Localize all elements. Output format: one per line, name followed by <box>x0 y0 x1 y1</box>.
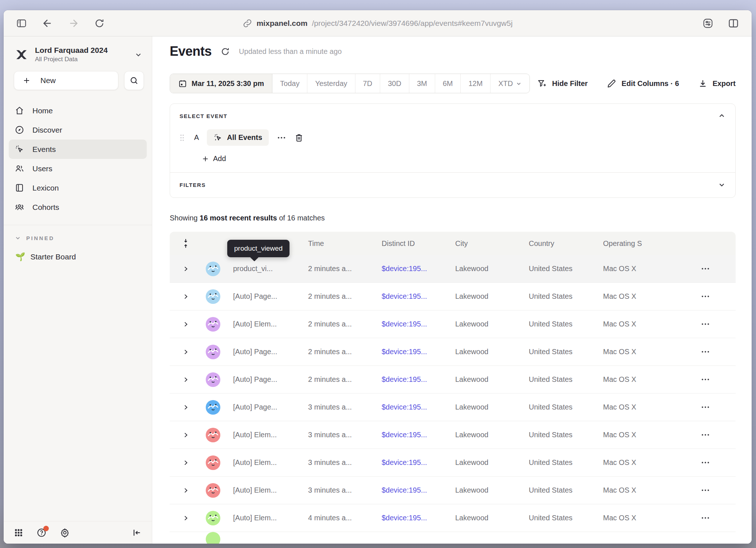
range-12m[interactable]: 12M <box>461 74 491 93</box>
mixpanel-logo <box>14 47 29 62</box>
new-button[interactable]: New <box>14 71 118 90</box>
collapse-sidebar-icon[interactable] <box>131 528 142 538</box>
expand-row-icon[interactable] <box>182 348 189 356</box>
search-button[interactable] <box>124 71 144 90</box>
col-city: City <box>446 239 520 248</box>
edit-columns-button[interactable]: Edit Columns · 6 <box>607 79 679 89</box>
expand-row-icon[interactable] <box>182 321 189 328</box>
col-distinct-id: Distinct ID <box>373 239 446 248</box>
cell-distinct-id[interactable]: $device:195... <box>373 292 446 301</box>
expand-row-icon[interactable] <box>182 293 189 300</box>
table-row[interactable]: [Auto] Elem... 3 minutes a... $device:19… <box>170 477 736 504</box>
apps-grid-icon[interactable] <box>14 528 23 537</box>
cell-city: Lakewood <box>446 514 520 522</box>
cell-time: 3 minutes a... <box>299 458 373 467</box>
collapse-rows-icon[interactable] <box>181 238 190 249</box>
table-row[interactable]: [Auto] Elem... 3 minutes a... $device:19… <box>170 421 736 449</box>
cell-distinct-id[interactable]: $device:195... <box>373 431 446 439</box>
cell-city: Lakewood <box>446 320 520 328</box>
sidebar-item-users[interactable]: Users <box>9 159 147 178</box>
row-menu-icon[interactable] <box>701 378 710 381</box>
range-30d[interactable]: 30D <box>380 74 409 93</box>
row-menu-icon[interactable] <box>701 406 710 409</box>
cell-distinct-id[interactable]: $device:195... <box>373 486 446 494</box>
sidebar-item-home[interactable]: Home <box>9 101 147 120</box>
row-menu-icon[interactable] <box>701 322 710 326</box>
chevron-down-icon <box>134 51 142 59</box>
sidebar-item-cohorts[interactable]: Cohorts <box>9 197 147 217</box>
chevron-down-icon <box>15 235 21 241</box>
range-3m[interactable]: 3M <box>409 74 435 93</box>
address-bar[interactable]: mixpanel.com/project/3472420/view/397469… <box>243 10 512 36</box>
filter-icon <box>537 79 547 89</box>
expand-row-icon[interactable] <box>182 431 189 439</box>
cell-distinct-id[interactable]: $device:195... <box>373 458 446 467</box>
filters-section[interactable]: FILTERS <box>170 172 735 197</box>
expand-row-icon[interactable] <box>182 459 189 466</box>
cell-os: Mac OS X <box>594 403 666 411</box>
pinned-section-toggle[interactable]: PINNED <box>4 225 152 241</box>
add-event-button[interactable]: Add <box>201 154 226 163</box>
cell-os: Mac OS X <box>594 265 666 273</box>
table-row[interactable]: [Auto] Page... 2 minutes a... $device:19… <box>170 283 736 310</box>
date-range-value: Mar 11, 2025 3:30 pm <box>192 79 264 88</box>
export-button[interactable]: Export <box>698 79 736 88</box>
row-menu-icon[interactable] <box>701 350 710 353</box>
date-picker[interactable]: Mar 11, 2025 3:30 pm <box>170 74 272 93</box>
expand-row-icon[interactable] <box>182 487 189 494</box>
table-row[interactable]: [Auto] Elem... 2 minutes a... $device:19… <box>170 310 736 338</box>
reload-icon[interactable] <box>94 18 105 29</box>
delete-event-icon[interactable] <box>294 133 304 142</box>
expand-row-icon[interactable] <box>182 265 189 273</box>
expand-row-icon[interactable] <box>182 376 189 383</box>
page-settings-icon[interactable] <box>702 17 714 29</box>
project-switcher[interactable]: Lord Farquaad 2024 All Project Data <box>4 36 152 63</box>
cell-distinct-id[interactable]: $device:195... <box>373 265 446 273</box>
table-row[interactable]: [Auto] Page... 2 minutes a... $device:19… <box>170 366 736 394</box>
table-row[interactable]: [Auto] Elem... 3 minutes a... $device:19… <box>170 449 736 477</box>
cell-distinct-id[interactable]: $device:195... <box>373 320 446 328</box>
forward-icon[interactable] <box>68 17 79 29</box>
updated-status: Updated less than a minute ago <box>239 47 342 56</box>
sidebar-item-starter-board[interactable]: 🌱 Starter Board <box>4 241 152 262</box>
table-row[interactable]: [Auto] Page... 2 minutes a... $device:19… <box>170 338 736 366</box>
event-selector[interactable]: All Events <box>207 129 269 146</box>
expand-row-icon[interactable] <box>182 404 189 411</box>
cell-distinct-id[interactable]: $device:195... <box>373 375 446 384</box>
sidebar-item-events[interactable]: Events <box>9 140 147 159</box>
sidebar-item-lexicon[interactable]: Lexicon <box>9 178 147 197</box>
row-menu-icon[interactable] <box>701 516 710 520</box>
collapse-section-icon[interactable] <box>718 112 726 120</box>
expand-row-icon[interactable] <box>182 514 189 522</box>
range-7d[interactable]: 7D <box>355 74 381 93</box>
cell-event: [Auto] Elem... <box>224 514 299 522</box>
table-row[interactable]: [Auto] Page... 3 minutes a... $device:19… <box>170 394 736 421</box>
table-row[interactable]: [Auto] Elem... 4 minutes a... $device:19… <box>170 504 736 532</box>
row-menu-icon[interactable] <box>701 267 710 270</box>
sidebar-item-discover[interactable]: Discover <box>9 120 147 140</box>
settings-gear-icon[interactable] <box>60 528 70 538</box>
pinned-header: PINNED <box>26 235 55 241</box>
refresh-icon[interactable] <box>220 47 230 56</box>
range-yesterday[interactable]: Yesterday <box>307 74 355 93</box>
row-menu-icon[interactable] <box>701 433 710 437</box>
drag-handle-icon[interactable] <box>180 134 185 142</box>
notification-badge <box>43 526 49 531</box>
cell-distinct-id[interactable]: $device:195... <box>373 403 446 411</box>
row-menu-icon[interactable] <box>701 461 710 464</box>
browser-sidebar-toggle-icon[interactable] <box>16 18 27 29</box>
cell-event: product_vi... <box>224 265 299 273</box>
range-xtd[interactable]: XTD <box>491 74 529 93</box>
hide-filter-button[interactable]: Hide Filter <box>537 79 588 89</box>
range-6m[interactable]: 6M <box>435 74 461 93</box>
event-more-icon[interactable] <box>277 136 286 140</box>
event-chip-label: All Events <box>227 133 262 142</box>
back-icon[interactable] <box>42 17 53 29</box>
split-view-icon[interactable] <box>728 17 739 29</box>
export-label: Export <box>713 79 736 88</box>
row-menu-icon[interactable] <box>701 295 710 298</box>
cell-distinct-id[interactable]: $device:195... <box>373 348 446 356</box>
cell-distinct-id[interactable]: $device:195... <box>373 514 446 522</box>
range-today[interactable]: Today <box>272 74 307 93</box>
row-menu-icon[interactable] <box>701 489 710 492</box>
